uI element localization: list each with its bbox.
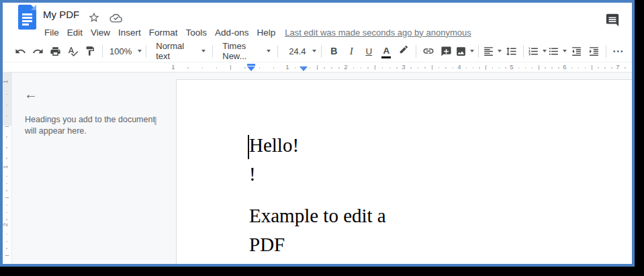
ruler-number: 2 <box>344 63 347 71</box>
ruler-tick <box>545 67 546 68</box>
menu-addons[interactable]: Add-ons <box>211 28 252 38</box>
zoom-select[interactable]: 100% <box>107 43 142 59</box>
close-outline-icon[interactable]: ← <box>21 85 40 103</box>
text-color-button[interactable]: A <box>378 43 394 59</box>
document-text-line[interactable]: Example to edit a <box>249 205 386 227</box>
menu-edit[interactable]: Edit <box>63 28 87 38</box>
chevron-down-icon <box>267 50 271 52</box>
outline-sidebar: ← Headings you add to the document will … <box>12 73 176 264</box>
ruler-tick <box>473 67 474 68</box>
sidebar-scrollbar[interactable] <box>154 117 156 125</box>
insert-link-button[interactable] <box>420 43 436 59</box>
vertical-ruler[interactable]: 1 1 2 <box>3 73 12 264</box>
menu-insert[interactable]: Insert <box>114 28 145 38</box>
redo-button[interactable] <box>30 43 46 59</box>
ruler-tick <box>361 67 362 68</box>
menu-bar: File Edit View Insert Format Tools Add-o… <box>40 25 471 40</box>
menu-tools[interactable]: Tools <box>182 28 212 38</box>
ruler-tick <box>466 67 467 68</box>
star-icon[interactable] <box>88 11 100 24</box>
document-text-line[interactable]: PDF <box>249 234 285 256</box>
menu-format[interactable]: Format <box>145 28 182 38</box>
horizontal-ruler[interactable]: 1 1 2 3 4 5 6 7 <box>3 62 632 73</box>
current-color-swatch <box>381 56 391 59</box>
page-fold-shade <box>31 5 36 10</box>
italic-button[interactable]: I <box>343 43 359 59</box>
cloud-saved-icon[interactable] <box>109 12 122 24</box>
menu-help[interactable]: Help <box>252 28 279 38</box>
menu-view[interactable]: View <box>87 28 114 38</box>
ruler-tick <box>187 67 189 68</box>
print-button[interactable] <box>47 43 63 59</box>
chevron-down-icon <box>138 50 142 52</box>
ruler-tick <box>273 67 275 68</box>
header: My PDF File Edit View Insert Format Tool… <box>3 3 632 40</box>
ruler-tick <box>539 65 539 70</box>
ruler-tick <box>6 183 7 185</box>
google-docs-logo-icon[interactable] <box>18 5 36 30</box>
toolbar-divider <box>523 45 524 58</box>
font-family-select[interactable]: Times New... <box>217 43 273 59</box>
highlight-color-button[interactable] <box>396 43 412 59</box>
align-button[interactable] <box>483 43 502 59</box>
comments-icon[interactable] <box>605 13 620 28</box>
ruler-tick <box>6 176 7 177</box>
ruler-tick <box>259 67 261 68</box>
undo-button[interactable] <box>12 43 28 59</box>
left-indent-marker[interactable] <box>247 66 255 71</box>
content-area: 1 1 2 ← Headings you add to the document… <box>3 73 632 264</box>
ruler-tick <box>324 67 325 68</box>
doc-line-decor <box>22 17 32 19</box>
bulleted-list-button[interactable] <box>548 43 567 59</box>
more-options-button[interactable]: ••• <box>610 43 627 59</box>
insert-image-button[interactable] <box>455 43 474 59</box>
indent-marker[interactable] <box>300 66 308 71</box>
ruler-tick <box>295 67 296 68</box>
ruler-tick <box>367 67 369 68</box>
ruler-tick <box>5 255 9 256</box>
ruler-tick <box>558 67 559 68</box>
document-text-line[interactable]: Hello! <box>249 134 299 156</box>
ruler-tick <box>216 67 218 68</box>
ruler-tick <box>331 67 332 68</box>
toolbar-divider <box>478 45 479 58</box>
bold-button[interactable]: B <box>326 43 342 59</box>
ruler-tick <box>432 65 432 70</box>
ruler-tick <box>338 67 340 68</box>
ruler-tick <box>6 234 7 235</box>
ruler-tick <box>439 67 440 68</box>
ruler-tick <box>6 219 7 220</box>
ruler-tick <box>598 67 599 68</box>
ruler-tick <box>6 136 7 138</box>
add-comment-button[interactable] <box>438 43 454 59</box>
increase-indent-button[interactable] <box>586 43 602 59</box>
ruler-tick <box>604 67 606 68</box>
document-page[interactable] <box>176 79 632 264</box>
ruler-tick <box>445 67 447 68</box>
numbered-list-button[interactable] <box>528 43 547 59</box>
ruler-tick <box>202 67 203 68</box>
ruler-tick <box>382 67 383 68</box>
underline-button[interactable]: U <box>361 43 377 59</box>
line-spacing-button[interactable] <box>503 43 519 59</box>
spelling-check-button[interactable] <box>64 43 81 59</box>
chevron-down-icon <box>470 50 474 52</box>
ruler-number: 3 <box>402 63 405 71</box>
ruler-tick <box>230 65 231 70</box>
ruler-tick <box>571 67 573 68</box>
first-line-indent-marker[interactable] <box>247 64 255 66</box>
toolbar-divider <box>102 45 103 58</box>
ruler-tick <box>499 67 500 68</box>
decrease-indent-button[interactable] <box>568 43 584 59</box>
document-title[interactable]: My PDF <box>43 9 79 20</box>
ruler-tick <box>486 65 486 70</box>
document-text-line[interactable]: ! <box>249 163 256 185</box>
paint-format-button[interactable] <box>82 43 98 59</box>
ruler-tick <box>505 67 506 68</box>
ruler-tick <box>6 158 7 159</box>
ruler-number: 6 <box>563 63 566 71</box>
menu-file[interactable]: File <box>40 28 63 38</box>
font-size-select[interactable]: 24.4 <box>282 43 317 59</box>
paragraph-style-select[interactable]: Normal text <box>150 43 208 59</box>
last-edit-link[interactable]: Last edit was made seconds ago by anonym… <box>285 28 471 38</box>
